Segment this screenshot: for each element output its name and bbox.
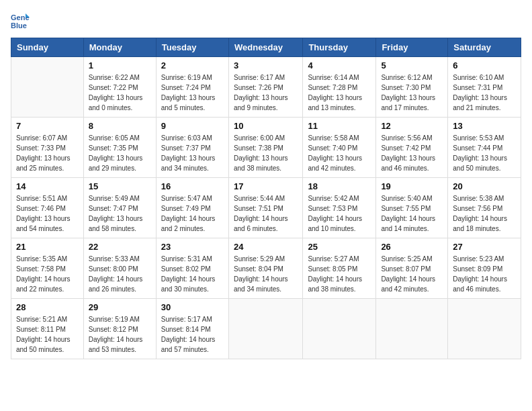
day-cell bbox=[448, 299, 521, 359]
week-row-4: 21Sunrise: 5:35 AMSunset: 7:58 PMDayligh… bbox=[11, 238, 521, 299]
day-number: 17 bbox=[234, 181, 298, 191]
day-cell bbox=[303, 299, 376, 359]
day-number: 7 bbox=[16, 121, 79, 131]
day-cell: 3Sunrise: 6:17 AMSunset: 7:26 PMDaylight… bbox=[228, 57, 302, 118]
day-number: 6 bbox=[453, 60, 516, 71]
day-info: Sunrise: 6:22 AMSunset: 7:22 PMDaylight:… bbox=[89, 73, 151, 113]
day-cell: 26Sunrise: 5:25 AMSunset: 8:07 PMDayligh… bbox=[376, 238, 448, 299]
week-row-1: 1Sunrise: 6:22 AMSunset: 7:22 PMDaylight… bbox=[11, 57, 521, 118]
day-number: 5 bbox=[381, 60, 443, 71]
day-cell: 16Sunrise: 5:47 AMSunset: 7:49 PMDayligh… bbox=[156, 178, 228, 238]
day-cell bbox=[228, 299, 302, 359]
day-number: 3 bbox=[234, 60, 298, 71]
day-info: Sunrise: 5:19 AMSunset: 8:12 PMDaylight:… bbox=[89, 314, 151, 355]
page-header: General Blue bbox=[11, 11, 521, 30]
day-number: 1 bbox=[89, 60, 151, 71]
calendar-header-row: SundayMondayTuesdayWednesdayThursdayFrid… bbox=[11, 38, 521, 57]
day-cell: 15Sunrise: 5:49 AMSunset: 7:47 PMDayligh… bbox=[83, 178, 156, 238]
day-info: Sunrise: 5:49 AMSunset: 7:47 PMDaylight:… bbox=[89, 193, 151, 234]
day-info: Sunrise: 5:44 AMSunset: 7:51 PMDaylight:… bbox=[234, 193, 298, 234]
day-info: Sunrise: 5:53 AMSunset: 7:44 PMDaylight:… bbox=[453, 133, 516, 173]
day-info: Sunrise: 6:00 AMSunset: 7:38 PMDaylight:… bbox=[234, 133, 298, 173]
day-cell: 25Sunrise: 5:27 AMSunset: 8:05 PMDayligh… bbox=[303, 238, 376, 299]
col-header-sunday: Sunday bbox=[11, 38, 84, 57]
logo: General Blue bbox=[11, 11, 32, 30]
day-number: 10 bbox=[234, 121, 298, 131]
day-info: Sunrise: 5:23 AMSunset: 8:09 PMDaylight:… bbox=[453, 254, 516, 294]
day-info: Sunrise: 5:27 AMSunset: 8:05 PMDaylight:… bbox=[308, 254, 371, 294]
day-info: Sunrise: 5:58 AMSunset: 7:40 PMDaylight:… bbox=[308, 133, 371, 173]
day-info: Sunrise: 5:47 AMSunset: 7:49 PMDaylight:… bbox=[161, 193, 224, 234]
day-number: 29 bbox=[89, 302, 151, 312]
day-info: Sunrise: 5:35 AMSunset: 7:58 PMDaylight:… bbox=[16, 254, 79, 294]
week-row-2: 7Sunrise: 6:07 AMSunset: 7:33 PMDaylight… bbox=[11, 118, 521, 178]
col-header-tuesday: Tuesday bbox=[156, 38, 228, 57]
day-info: Sunrise: 6:03 AMSunset: 7:37 PMDaylight:… bbox=[161, 133, 224, 173]
day-cell: 19Sunrise: 5:40 AMSunset: 7:55 PMDayligh… bbox=[376, 178, 448, 238]
col-header-monday: Monday bbox=[83, 38, 156, 57]
day-number: 23 bbox=[161, 242, 224, 252]
col-header-saturday: Saturday bbox=[448, 38, 521, 57]
day-number: 13 bbox=[453, 121, 516, 131]
day-number: 18 bbox=[308, 181, 371, 191]
day-cell bbox=[376, 299, 448, 359]
day-info: Sunrise: 6:19 AMSunset: 7:24 PMDaylight:… bbox=[161, 73, 224, 113]
svg-text:Blue: Blue bbox=[11, 21, 27, 30]
day-number: 26 bbox=[381, 242, 443, 252]
col-header-thursday: Thursday bbox=[303, 38, 376, 57]
day-cell: 12Sunrise: 5:56 AMSunset: 7:42 PMDayligh… bbox=[376, 118, 448, 178]
day-number: 21 bbox=[16, 242, 79, 252]
day-number: 30 bbox=[161, 302, 224, 312]
day-info: Sunrise: 5:40 AMSunset: 7:55 PMDaylight:… bbox=[381, 193, 443, 234]
day-number: 11 bbox=[308, 121, 371, 131]
day-info: Sunrise: 6:12 AMSunset: 7:30 PMDaylight:… bbox=[381, 73, 443, 113]
day-number: 24 bbox=[234, 242, 298, 252]
calendar-table: SundayMondayTuesdayWednesdayThursdayFrid… bbox=[11, 38, 521, 359]
day-number: 22 bbox=[89, 242, 151, 252]
day-cell: 17Sunrise: 5:44 AMSunset: 7:51 PMDayligh… bbox=[228, 178, 302, 238]
day-info: Sunrise: 5:56 AMSunset: 7:42 PMDaylight:… bbox=[381, 133, 443, 173]
day-info: Sunrise: 5:21 AMSunset: 8:11 PMDaylight:… bbox=[16, 314, 79, 355]
day-cell: 10Sunrise: 6:00 AMSunset: 7:38 PMDayligh… bbox=[228, 118, 302, 178]
day-cell: 5Sunrise: 6:12 AMSunset: 7:30 PMDaylight… bbox=[376, 57, 448, 118]
day-cell: 14Sunrise: 5:51 AMSunset: 7:46 PMDayligh… bbox=[11, 178, 84, 238]
day-info: Sunrise: 5:38 AMSunset: 7:56 PMDaylight:… bbox=[453, 193, 516, 234]
day-cell: 7Sunrise: 6:07 AMSunset: 7:33 PMDaylight… bbox=[11, 118, 84, 178]
day-number: 2 bbox=[161, 60, 224, 71]
day-number: 15 bbox=[89, 181, 151, 191]
day-cell: 11Sunrise: 5:58 AMSunset: 7:40 PMDayligh… bbox=[303, 118, 376, 178]
day-number: 28 bbox=[16, 302, 79, 312]
day-cell: 27Sunrise: 5:23 AMSunset: 8:09 PMDayligh… bbox=[448, 238, 521, 299]
day-cell: 2Sunrise: 6:19 AMSunset: 7:24 PMDaylight… bbox=[156, 57, 228, 118]
day-cell: 9Sunrise: 6:03 AMSunset: 7:37 PMDaylight… bbox=[156, 118, 228, 178]
col-header-friday: Friday bbox=[376, 38, 448, 57]
day-info: Sunrise: 5:31 AMSunset: 8:02 PMDaylight:… bbox=[161, 254, 224, 294]
day-cell: 28Sunrise: 5:21 AMSunset: 8:11 PMDayligh… bbox=[11, 299, 84, 359]
day-number: 4 bbox=[308, 60, 371, 71]
day-info: Sunrise: 5:17 AMSunset: 8:14 PMDaylight:… bbox=[161, 314, 224, 355]
day-cell: 22Sunrise: 5:33 AMSunset: 8:00 PMDayligh… bbox=[83, 238, 156, 299]
day-cell: 4Sunrise: 6:14 AMSunset: 7:28 PMDaylight… bbox=[303, 57, 376, 118]
day-cell: 8Sunrise: 6:05 AMSunset: 7:35 PMDaylight… bbox=[83, 118, 156, 178]
day-number: 20 bbox=[453, 181, 516, 191]
day-cell: 29Sunrise: 5:19 AMSunset: 8:12 PMDayligh… bbox=[83, 299, 156, 359]
day-number: 12 bbox=[381, 121, 443, 131]
day-cell: 24Sunrise: 5:29 AMSunset: 8:04 PMDayligh… bbox=[228, 238, 302, 299]
logo-icon: General Blue bbox=[11, 11, 30, 30]
day-info: Sunrise: 5:25 AMSunset: 8:07 PMDaylight:… bbox=[381, 254, 443, 294]
day-info: Sunrise: 5:33 AMSunset: 8:00 PMDaylight:… bbox=[89, 254, 151, 294]
day-cell: 20Sunrise: 5:38 AMSunset: 7:56 PMDayligh… bbox=[448, 178, 521, 238]
day-number: 14 bbox=[16, 181, 79, 191]
day-info: Sunrise: 6:07 AMSunset: 7:33 PMDaylight:… bbox=[16, 133, 79, 173]
day-number: 8 bbox=[89, 121, 151, 131]
day-number: 27 bbox=[453, 242, 516, 252]
day-cell: 18Sunrise: 5:42 AMSunset: 7:53 PMDayligh… bbox=[303, 178, 376, 238]
week-row-3: 14Sunrise: 5:51 AMSunset: 7:46 PMDayligh… bbox=[11, 178, 521, 238]
day-info: Sunrise: 5:29 AMSunset: 8:04 PMDaylight:… bbox=[234, 254, 298, 294]
day-cell: 23Sunrise: 5:31 AMSunset: 8:02 PMDayligh… bbox=[156, 238, 228, 299]
day-info: Sunrise: 6:05 AMSunset: 7:35 PMDaylight:… bbox=[89, 133, 151, 173]
day-number: 16 bbox=[161, 181, 224, 191]
day-cell: 6Sunrise: 6:10 AMSunset: 7:31 PMDaylight… bbox=[448, 57, 521, 118]
day-cell: 1Sunrise: 6:22 AMSunset: 7:22 PMDaylight… bbox=[83, 57, 156, 118]
col-header-wednesday: Wednesday bbox=[228, 38, 302, 57]
